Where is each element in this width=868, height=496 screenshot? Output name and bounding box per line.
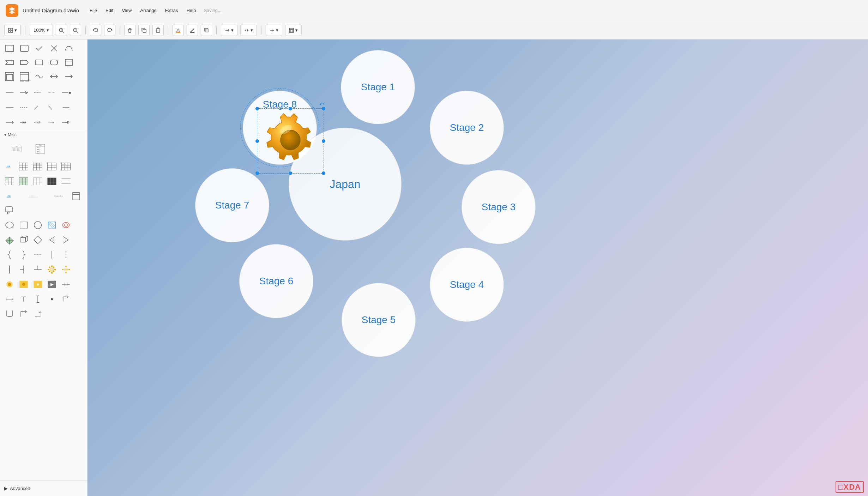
- shape-title-list[interactable]: Title Value 1 Value 1 Value 2 Value 2 Va…: [3, 140, 30, 158]
- shape-line-dot-arrow[interactable]: [45, 86, 59, 99]
- shape-checkmark[interactable]: [32, 42, 46, 55]
- shape-arrow-both[interactable]: [47, 70, 61, 83]
- shape-corner-right[interactable]: [17, 307, 30, 321]
- shape-line-angled[interactable]: [31, 101, 44, 114]
- shape-corner-up[interactable]: [31, 307, 44, 321]
- node-stage4[interactable]: Stage 4: [430, 248, 504, 322]
- shape-corner-arrow[interactable]: [59, 292, 73, 306]
- shape-bracket-h[interactable]: [3, 292, 16, 306]
- handle-tl[interactable]: [255, 107, 259, 110]
- shape-diamond[interactable]: [31, 233, 44, 247]
- stroke-color-btn[interactable]: [187, 25, 198, 36]
- handle-bl[interactable]: [255, 171, 259, 175]
- insert-btn[interactable]: ▾: [266, 25, 282, 36]
- shape-rect-doc[interactable]: [62, 56, 76, 69]
- shape-ellipse[interactable]: [3, 218, 16, 232]
- shape-bracket-bottom[interactable]: [3, 307, 16, 321]
- shape-wave[interactable]: [32, 70, 46, 83]
- shape-line-arrow[interactable]: [17, 86, 30, 99]
- fill-color-btn[interactable]: [173, 25, 184, 36]
- shape-curly-right[interactable]: [17, 248, 30, 261]
- shape-callout[interactable]: [3, 204, 16, 217]
- table-btn[interactable]: ▾: [285, 25, 302, 36]
- menu-arrange[interactable]: Arrange: [137, 6, 160, 14]
- zoom-level-btn[interactable]: 100% ▾: [30, 25, 53, 36]
- shape-line-h2[interactable]: [45, 248, 59, 261]
- handle-ml[interactable]: [255, 139, 259, 143]
- shape-connector2[interactable]: [17, 116, 30, 129]
- rotate-handle[interactable]: [319, 102, 325, 108]
- shape-connector5[interactable]: [59, 116, 73, 129]
- handle-mr[interactable]: [322, 139, 325, 143]
- shape-t-left[interactable]: [17, 263, 30, 276]
- copy-btn[interactable]: [138, 25, 150, 36]
- shape-rect-rounded[interactable]: [47, 56, 61, 69]
- shape-table4[interactable]: H H H: [59, 160, 73, 173]
- undo-btn[interactable]: [90, 25, 101, 36]
- shape-star-img[interactable]: ★: [31, 278, 44, 291]
- menu-edit[interactable]: Edit: [102, 6, 117, 14]
- shape-variable-text[interactable]: Variable Text: [48, 189, 69, 203]
- shape-gear-img[interactable]: ⚙: [3, 278, 16, 291]
- shape-table-plain[interactable]: [31, 175, 44, 188]
- shape-circle[interactable]: [31, 218, 44, 232]
- node-stage6[interactable]: Stage 6: [239, 244, 313, 318]
- shape-connector4[interactable]: [45, 116, 59, 129]
- shape-rect2[interactable]: [18, 42, 31, 55]
- shape-cube[interactable]: [17, 233, 30, 247]
- menu-extras[interactable]: Extras: [162, 6, 182, 14]
- shape-line-break[interactable]: [59, 278, 73, 291]
- shape-table1[interactable]: [17, 160, 30, 173]
- shape-link2[interactable]: Link: [3, 189, 18, 203]
- delete-btn[interactable]: [124, 25, 135, 36]
- gear-icon-container[interactable]: [257, 98, 327, 165]
- shape-line-v2[interactable]: [59, 248, 73, 261]
- shape-list2[interactable]: Title Item 1 Item 2 Item 3 Item 4: [31, 140, 49, 158]
- node-stage2[interactable]: Stage 2: [430, 91, 504, 165]
- menu-help[interactable]: Help: [183, 6, 199, 14]
- node-stage5[interactable]: Stage 5: [342, 283, 416, 357]
- menu-view[interactable]: View: [118, 6, 135, 14]
- shape-angle-right[interactable]: [59, 233, 73, 247]
- shape-dashes-horizontal[interactable]: [19, 189, 47, 203]
- shape-table2[interactable]: [31, 160, 44, 173]
- shape-chevron-right[interactable]: [18, 56, 31, 69]
- node-stage1[interactable]: Stage 1: [341, 50, 415, 124]
- shape-arrow-right-long[interactable]: [62, 70, 76, 83]
- shadow-btn[interactable]: [201, 25, 212, 36]
- shape-line-end-arrow[interactable]: [59, 86, 73, 99]
- shape-t-junction[interactable]: [17, 292, 30, 306]
- node-stage3[interactable]: Stage 3: [462, 170, 536, 244]
- shape-grid-lines[interactable]: [3, 175, 16, 188]
- shape-play-img[interactable]: ▶: [45, 278, 59, 291]
- advanced-section[interactable]: ▶ Advanced: [0, 480, 88, 496]
- shape-line-h[interactable]: [59, 101, 73, 114]
- zoom-out-btn[interactable]: [70, 25, 81, 36]
- shape-line-solid[interactable]: [3, 86, 16, 99]
- shape-line-dashed[interactable]: [17, 101, 30, 114]
- shape-curve[interactable]: [62, 42, 76, 55]
- shape-rect-plain[interactable]: [32, 56, 46, 69]
- shape-vertical-line[interactable]: [3, 263, 16, 276]
- shape-frame[interactable]: [3, 70, 16, 83]
- shape-square[interactable]: [17, 218, 30, 232]
- shape-link[interactable]: Link: [3, 160, 16, 173]
- shape-line-dash-h[interactable]: [31, 248, 44, 261]
- shape-list-item[interactable]: List Item: [18, 70, 31, 83]
- shape-gear-small[interactable]: [45, 263, 59, 276]
- shape-line-angle2[interactable]: [45, 101, 59, 114]
- shape-gear-small2[interactable]: [59, 263, 73, 276]
- menu-file[interactable]: File: [86, 6, 101, 14]
- misc-section-header[interactable]: ▾ Misc: [0, 130, 87, 139]
- handle-br[interactable]: [322, 171, 325, 175]
- handle-bm[interactable]: [289, 171, 292, 175]
- shape-gear-img2[interactable]: ⚙: [17, 278, 30, 291]
- shape-line-dashed-arrow[interactable]: [31, 86, 44, 99]
- shape-bracket-v[interactable]: [31, 292, 44, 306]
- shape-angle-left[interactable]: [45, 233, 59, 247]
- shape-green-table[interactable]: [17, 175, 30, 188]
- shape-curly-left[interactable]: [3, 248, 16, 261]
- shape-x[interactable]: [47, 42, 61, 55]
- paste-btn[interactable]: [152, 25, 164, 36]
- shape-pentagon-left[interactable]: [3, 56, 16, 69]
